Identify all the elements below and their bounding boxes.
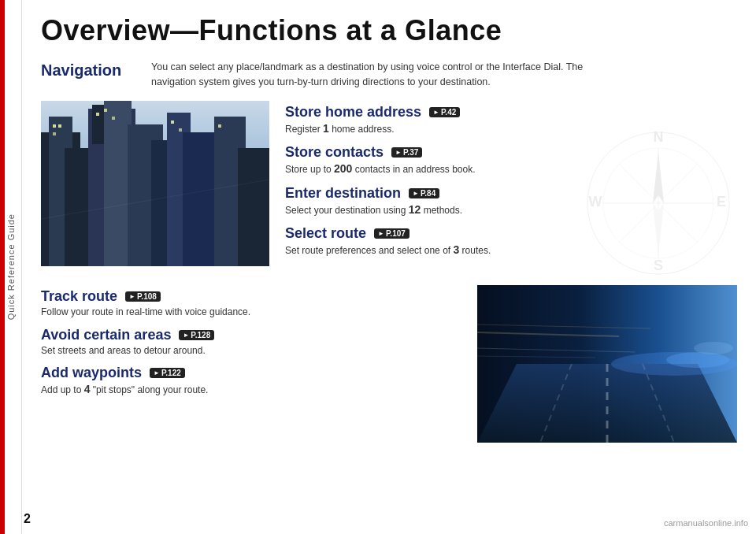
store-home-badge[interactable]: P.42 [429,107,460,117]
city-image [41,101,269,266]
sidebar-red-bar [0,0,5,534]
avoid-areas-badge[interactable]: P.128 [179,330,214,340]
navigation-section: Navigation You can select any place/land… [41,60,737,90]
feature-track-route-desc: Follow your route in real-time with voic… [41,306,461,319]
svg-rect-13 [53,124,56,128]
svg-rect-19 [171,121,174,124]
compass-decoration: N E W S [580,124,737,282]
svg-text:N: N [654,129,664,145]
svg-rect-21 [218,124,221,128]
svg-text:W: W [589,194,602,210]
feature-avoid-areas-title: Avoid certain areas P.128 [41,327,461,343]
feature-add-waypoints-title: Add waypoints P.122 [41,365,461,381]
feature-track-route-title: Track route P.108 [41,288,461,305]
store-contacts-badge[interactable]: P.37 [391,147,422,158]
navigation-description: You can select any place/landmark as a d… [151,60,608,90]
svg-marker-36 [477,364,737,443]
svg-rect-17 [104,109,107,112]
svg-rect-12 [238,148,269,266]
navigation-label: Navigation [41,60,151,80]
add-waypoints-badge[interactable]: P.122 [150,368,185,378]
road-image [477,285,737,443]
feature-add-waypoints: Add waypoints P.122 Add up to 4 "pit sto… [41,365,461,398]
select-route-badge[interactable]: P.107 [374,228,410,239]
page-title: Overview—Functions at a Glance [41,14,737,47]
page-number: 2 [24,512,31,526]
feature-store-home-title: Store home address P.42 [285,104,737,121]
svg-rect-20 [179,128,182,132]
lower-features-list: Track route P.108 Follow your route in r… [41,285,461,406]
svg-rect-14 [58,124,61,128]
feature-avoid-areas-desc: Set streets and areas to detour around. [41,344,461,358]
enter-destination-badge[interactable]: P.84 [409,188,439,198]
sidebar: Quick Reference Guide [0,0,22,534]
lower-content: Track route P.108 Follow your route in r… [41,285,737,443]
svg-rect-15 [53,132,56,135]
svg-text:S: S [654,258,663,273]
feature-avoid-areas: Avoid certain areas P.128 Set streets an… [41,327,461,358]
sidebar-label: Quick Reference Guide [6,213,16,320]
main-content: Overview—Functions at a Glance Navigatio… [22,0,756,534]
svg-point-45 [694,342,733,354]
feature-add-waypoints-desc: Add up to 4 "pit stops" along your route… [41,382,461,398]
upper-content: Store home address P.42 Register 1 home … [41,101,737,266]
watermark: carmanualsonline.info [664,518,748,528]
svg-rect-6 [104,101,132,266]
svg-rect-18 [112,117,115,120]
svg-rect-16 [96,113,99,116]
track-route-badge[interactable]: P.108 [125,291,161,302]
feature-track-route: Track route P.108 Follow your route in r… [41,288,461,319]
svg-point-46 [611,352,737,376]
svg-text:E: E [717,194,726,210]
